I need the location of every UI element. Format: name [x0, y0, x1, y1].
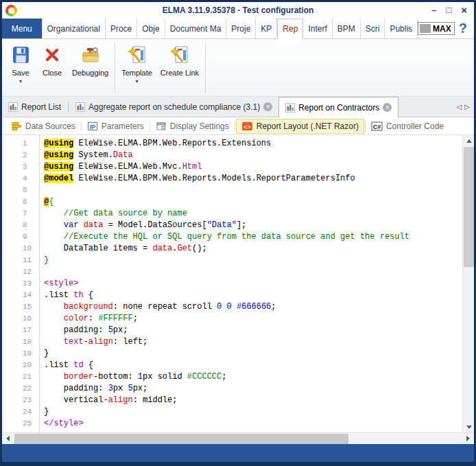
razor-icon: <> [241, 121, 253, 132]
close-tab-icon[interactable]: × [383, 103, 392, 112]
report-icon [75, 102, 85, 112]
ribbon-tab-obje[interactable]: Obje [137, 19, 165, 38]
template-button[interactable]: Template▾ [117, 41, 156, 95]
scroll-up-icon[interactable] [463, 135, 475, 146]
minimize-button[interactable]: – [431, 5, 436, 15]
code-token [44, 220, 64, 230]
ribbon-tab-rep[interactable]: Rep [277, 19, 303, 39]
code-token: : middle; [133, 395, 178, 405]
code-line[interactable]: .list th { [44, 290, 462, 301]
ribbon-tab-scri[interactable]: Scri [361, 19, 385, 38]
code-line[interactable]: padding: 3px 5px; [44, 383, 462, 395]
code-token [232, 302, 237, 312]
code-line[interactable]: padding: 5px; [44, 325, 462, 336]
line-number: 8 [2, 220, 39, 231]
code-token [44, 302, 64, 312]
view-tab-data-sources[interactable]: Data Sources [6, 119, 80, 133]
code-line[interactable] [44, 266, 462, 278]
ribbon-tab-kp[interactable]: KP [256, 19, 277, 38]
code-line[interactable]: @using EleWise.ELMA.BPM.Web.Reports.Exte… [44, 138, 462, 150]
ribbon-tab-document-ma[interactable]: Document Ma [165, 19, 227, 38]
menu-tab[interactable]: Menu [2, 19, 42, 38]
view-toolbar-separator [365, 121, 366, 131]
horizontal-scroll-thumb[interactable] [14, 434, 348, 444]
code-line[interactable]: DataTable items = data.Get(); [44, 243, 462, 255]
csharp-icon: C# [371, 121, 383, 132]
tab-report-list[interactable]: Report List [2, 97, 67, 117]
code-line[interactable]: @using EleWise.ELMA.Web.Mvc.Html [44, 161, 462, 173]
code-line[interactable]: vertical-align: middle; [44, 395, 462, 406]
ribbon-tab-publis[interactable]: Publis [385, 19, 418, 38]
code-token: DataTable items = [44, 244, 152, 253]
button-label: Debugging [72, 69, 108, 78]
tab-label: Report on Contractors [298, 103, 379, 113]
vertical-scrollbar[interactable] [462, 135, 474, 432]
debugging-button[interactable]: Debugging [68, 41, 112, 95]
close-button[interactable]: Close [36, 41, 68, 95]
line-number: 9 [2, 231, 39, 243]
tab-scroll-left-icon[interactable]: ◁ [457, 103, 462, 110]
code-line[interactable]: text-align: left; [44, 336, 462, 348]
scroll-down-icon[interactable] [463, 421, 475, 432]
code-line[interactable]: //Execute the HQL or SQL query from the … [44, 231, 462, 243]
code-line[interactable]: <style> [44, 278, 462, 290]
horizontal-scrollbar[interactable] [2, 432, 474, 444]
ribbon-tab-proje[interactable]: Proje [226, 19, 256, 38]
dropdown-arrow-icon[interactable]: ▾ [19, 78, 22, 84]
code-line[interactable] [44, 185, 462, 196]
code-token: { [84, 290, 93, 300]
max-toggle[interactable]: MAX [418, 22, 455, 35]
code-line[interactable]: .list td { [44, 360, 462, 371]
scroll-left-icon[interactable] [2, 433, 14, 444]
code-line[interactable]: @{ [44, 196, 462, 208]
code-token [78, 220, 83, 230]
code-token: 1 [138, 372, 143, 382]
code-line[interactable]: color: #FFFFFF; [44, 313, 462, 325]
line-number: 2 [2, 150, 39, 161]
code-line[interactable]: var data = Model.DataSources["Data"]; [44, 220, 462, 231]
code-line[interactable]: } [44, 348, 462, 360]
maximize-button[interactable]: □ [446, 5, 451, 15]
ribbon-tab-proce[interactable]: Proce [106, 19, 137, 38]
line-number: 20 [2, 360, 39, 371]
code-line[interactable]: } [44, 255, 462, 266]
ribbon-tab-bpm[interactable]: BPM [333, 19, 361, 38]
scroll-right-icon[interactable] [462, 433, 474, 444]
code-line[interactable]: @using System.Data [44, 150, 462, 161]
code-line[interactable]: @model EleWise.ELMA.BPM.Web.Reports.Mode… [44, 173, 462, 185]
dropdown-arrow-icon[interactable]: ▾ [136, 78, 139, 84]
code-token: @using [44, 150, 73, 160]
code-line[interactable]: //Get data source by name [44, 208, 462, 220]
tab-aggregate-report-on-schedule-compliance-3-1[interactable]: Aggregate report on schedule compliance … [69, 97, 278, 117]
close-tab-icon[interactable]: × [263, 102, 272, 111]
code-editor[interactable]: 1234567891011121314151617181920212223242… [2, 135, 474, 432]
code-pane[interactable]: @using EleWise.ELMA.BPM.Web.Reports.Exte… [40, 135, 462, 432]
ribbon-tab-interf[interactable]: Interf [303, 19, 332, 38]
save-button[interactable]: Save▾ [5, 41, 36, 95]
view-tab-report-layout-net-razor[interactable]: <>Report Layout (.NET Razor) [236, 119, 364, 134]
ribbon-tab-organizational[interactable]: Organizational [42, 19, 106, 38]
view-toolbar-separator [150, 121, 150, 131]
code-token: @using [44, 162, 73, 172]
code-token: align [88, 337, 113, 347]
close-window-button[interactable]: × [461, 5, 467, 15]
code-line[interactable]: } [44, 406, 462, 418]
code-line[interactable]: background: none repeat scroll 0 0 #6666… [44, 301, 462, 313]
vertical-scroll-thumb[interactable] [464, 147, 474, 267]
create-link-button[interactable]: Create Link [156, 41, 203, 95]
tab-scroll-right-icon[interactable]: ▷ [464, 103, 470, 110]
view-tab-controller-code[interactable]: C#Controller Code [366, 119, 449, 133]
code-token: Data [113, 150, 133, 160]
line-number: 24 [2, 406, 39, 418]
code-line[interactable]: border-bottom: 1px solid #CCCCCC; [44, 371, 462, 383]
view-tab-parameters[interactable]: IPParameters [82, 119, 149, 133]
code-line[interactable]: </style> [44, 418, 462, 430]
tab-report-on-contractors[interactable]: Report on Contractors× [278, 97, 398, 117]
code-token: td [73, 360, 83, 370]
code-token: { [49, 197, 53, 207]
code-token: #666666 [237, 302, 271, 312]
svg-text:C#: C# [373, 123, 381, 130]
view-tab-display-settings[interactable]: Display Settings [151, 119, 234, 133]
help-icon[interactable]: ? [459, 21, 467, 36]
code-token: ; [133, 314, 138, 323]
